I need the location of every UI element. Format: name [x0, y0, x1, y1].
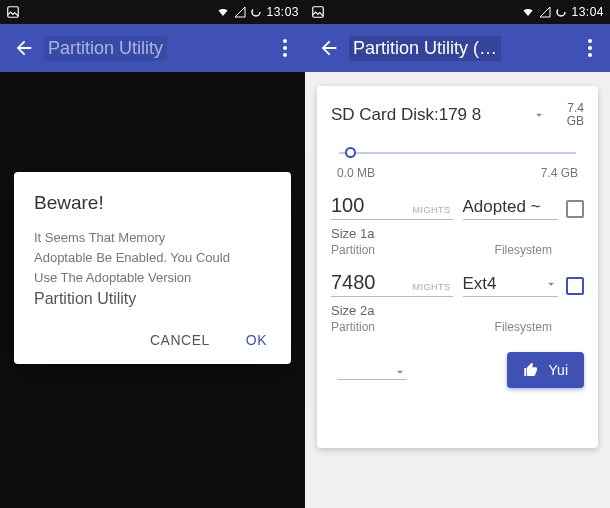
partition2-fs-selector[interactable]: Ext4: [463, 274, 559, 297]
cancel-button[interactable]: CANCEL: [146, 326, 214, 354]
svg-point-3: [283, 46, 287, 50]
app-bar: Partition Utility: [0, 24, 305, 72]
picture-icon: [6, 5, 24, 19]
extra-selector[interactable]: [337, 360, 407, 380]
svg-point-1: [252, 8, 260, 16]
partition1-partition-label: Partition: [331, 243, 453, 257]
partition2-partition-label: Partition: [331, 320, 453, 334]
partition1-fs-selector[interactable]: Adopted ~: [463, 197, 559, 220]
svg-point-7: [588, 39, 592, 43]
back-icon[interactable]: [8, 37, 40, 59]
dialog-actions: CANCEL OK: [34, 326, 271, 354]
status-bar: 13:04: [305, 0, 610, 24]
screen-left: 13:03 Partition Utility Beware! It Seems…: [0, 0, 305, 508]
chevron-down-icon: [544, 277, 558, 291]
size-slider[interactable]: [339, 146, 576, 160]
partition2-size-field[interactable]: 7480 MIGHTS: [331, 271, 453, 297]
dialog-body: It Seems That Memory Adoptable Be Enable…: [34, 228, 271, 288]
status-icons: 13:04: [521, 5, 604, 19]
partition1-size-label: Size 1a: [331, 226, 453, 241]
svg-rect-5: [313, 7, 324, 18]
partition2-fs-label: Filesystem: [463, 320, 585, 334]
status-bar: 13:03: [0, 0, 305, 24]
disk-label: SD Card Disk:179 8: [331, 105, 481, 125]
clock: 13:03: [266, 5, 299, 19]
loading-icon: [555, 6, 567, 18]
wifi-icon: [521, 6, 535, 18]
dialog-body-emphasis: Partition Utility: [34, 290, 271, 308]
partition1-fs-label: Filesystem: [463, 243, 585, 257]
overflow-icon[interactable]: [578, 39, 602, 57]
ok-button[interactable]: OK: [242, 326, 271, 354]
partition2-checkbox[interactable]: [566, 277, 584, 295]
partition-card: SD Card Disk:179 8 7.4 GB 0.0 MB 7.4 GB …: [317, 86, 598, 448]
chevron-down-icon: [393, 365, 407, 379]
disk-selector[interactable]: SD Card Disk:179 8: [331, 105, 532, 125]
range-min: 0.0 MB: [337, 166, 375, 180]
wifi-icon: [216, 6, 230, 18]
partition1-checkbox[interactable]: [566, 200, 584, 218]
chevron-down-icon[interactable]: [532, 108, 550, 122]
svg-rect-0: [8, 7, 19, 18]
range-max: 7.4 GB: [541, 166, 578, 180]
svg-point-2: [283, 39, 287, 43]
apply-label: Yui: [549, 362, 568, 378]
screen-right: 13:04 Partition Utility (… SD Card Disk:…: [305, 0, 610, 508]
slider-thumb[interactable]: [345, 147, 356, 158]
disk-size: 7.4 GB: [550, 102, 584, 128]
signal-icon: [539, 6, 551, 18]
svg-point-9: [588, 53, 592, 57]
partition2-size-label: Size 2a: [331, 303, 453, 318]
svg-point-6: [557, 8, 565, 16]
app-title: Partition Utility: [40, 36, 273, 61]
svg-point-4: [283, 53, 287, 57]
app-title: Partition Utility (…: [345, 36, 578, 61]
apply-button[interactable]: Yui: [507, 352, 584, 388]
signal-icon: [234, 6, 246, 18]
dialog-title: Beware!: [34, 192, 271, 214]
overflow-icon[interactable]: [273, 39, 297, 57]
thumb-up-icon: [523, 362, 539, 378]
loading-icon: [250, 6, 262, 18]
svg-point-8: [588, 46, 592, 50]
clock: 13:04: [571, 5, 604, 19]
app-bar: Partition Utility (…: [305, 24, 610, 72]
picture-icon: [311, 5, 329, 19]
status-icons: 13:03: [216, 5, 299, 19]
dialog: Beware! It Seems That Memory Adoptable B…: [14, 172, 291, 364]
back-icon[interactable]: [313, 37, 345, 59]
partition1-size-field[interactable]: 100 MIGHTS: [331, 194, 453, 220]
